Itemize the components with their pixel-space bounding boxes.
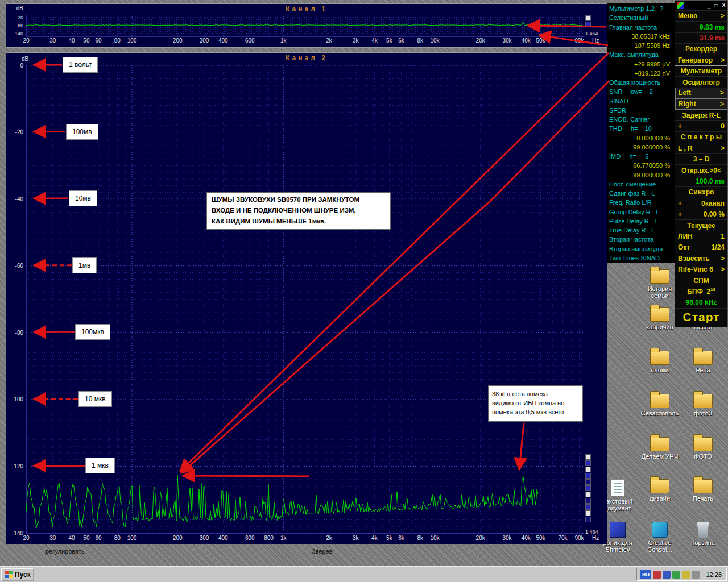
tray-icon-1[interactable] [653, 571, 661, 579]
palette-swatch[interactable] [585, 22, 591, 27]
measurement-panel[interactable]: Мультиметр 1,2 ?СелективныйГлавная часто… [607, 3, 675, 263]
panel-open-input[interactable]: Откр.вх.>0< [675, 164, 727, 175]
palette[interactable] [585, 454, 591, 522]
start-button[interactable]: Пуск [1, 568, 34, 581]
meter-row[interactable]: Вторая частота [607, 235, 675, 244]
meter-row[interactable]: SNR low= 2 [607, 87, 675, 96]
panel-time-2[interactable]: 31.9 ms [675, 32, 727, 43]
panel-weighting[interactable]: Взвесить> [675, 253, 727, 264]
desktop-icon[interactable]: пляжи [638, 351, 681, 373]
desktop-icon[interactable]: Creative Consol... [638, 522, 681, 553]
panel-3d[interactable]: 3 – D [675, 153, 727, 164]
taskbar-clock[interactable]: 12:28 [706, 571, 722, 578]
panel-lr[interactable]: L , R> [675, 143, 727, 153]
meter-row[interactable]: Group Delay R - L [607, 207, 675, 217]
hz-label: Hz [592, 535, 599, 541]
desktop-icon[interactable]: Печать [681, 479, 725, 502]
palette[interactable] [585, 15, 591, 27]
channel1-window[interactable]: Канал 1 dB-20-80-14020304050608010020030… [6, 3, 607, 48]
panel-delay-value[interactable]: +0 [675, 120, 727, 131]
meter-row[interactable]: +29.9995 µV [607, 60, 675, 69]
desktop-icon[interactable]: Делаем УНЧ [638, 437, 681, 460]
panel-rife-vinc[interactable]: Rife-Vinc 6> [675, 264, 727, 275]
language-indicator[interactable]: RU [640, 570, 651, 579]
panel-current[interactable]: Текущее [675, 219, 727, 230]
meter-row[interactable]: 0.000000 % [607, 134, 675, 143]
palette-swatch[interactable] [585, 15, 591, 21]
meter-row[interactable]: 187.5589 Hz [607, 41, 675, 50]
palette-swatch[interactable] [585, 485, 591, 491]
palette-swatch[interactable] [585, 498, 591, 504]
panel-menu[interactable]: Меню> [675, 10, 727, 21]
panel-generator[interactable]: Генератор> [675, 55, 727, 65]
desktop-icon[interactable]: Севастополь [638, 394, 681, 417]
desktop-icon[interactable]: ФОТО [681, 437, 725, 460]
meter-row[interactable]: True Delay R - L [607, 226, 675, 235]
tray-icon-2[interactable] [663, 571, 671, 579]
panel-recorder[interactable]: Рекордер [675, 43, 727, 54]
meter-row[interactable]: SINAD [607, 97, 675, 106]
meter-row[interactable]: Freq. Ratio L/R [607, 198, 675, 207]
system-tray: RU 12:28 [636, 568, 727, 581]
meter-row[interactable]: Мультиметр 1,2 ? [607, 4, 675, 13]
palette-swatch[interactable] [585, 467, 591, 472]
meter-row[interactable]: Главная частота [607, 23, 675, 32]
control-panel[interactable]: _ □ X Меню>9.83 ms31.9 msРекордерГенерат… [675, 0, 728, 327]
panel-right[interactable]: Right> [675, 98, 727, 109]
meter-row[interactable]: 66.770050 % [607, 161, 675, 170]
meter-row[interactable]: Two Tones SINAD [607, 253, 675, 263]
panel-samplerate[interactable]: 96.00 kHz [675, 297, 727, 307]
panel-sync-percent[interactable]: +0.00 % [675, 209, 727, 219]
channel2-window[interactable]: Канал 2 dB0-20-40-60-80-100-120-14020304… [6, 52, 607, 544]
palette-swatch[interactable] [585, 479, 591, 485]
folder-icon [693, 351, 713, 365]
meter-row[interactable]: IMD h= 5 [607, 152, 675, 161]
palette-swatch[interactable] [585, 504, 591, 510]
meter-row[interactable]: Pulse Delay R - L [607, 217, 675, 226]
panel-lin[interactable]: ЛИН1 [675, 231, 727, 242]
meter-row[interactable]: ENOB. Carrier [607, 115, 675, 124]
close-button[interactable]: X [722, 2, 726, 9]
meter-row[interactable]: 38.05317 kHz [607, 32, 675, 41]
desktop-icon[interactable]: Репа [681, 351, 725, 373]
meter-row[interactable]: 99.000000 % [607, 143, 675, 152]
palette-swatch[interactable] [585, 473, 591, 479]
panel-time-3[interactable]: 100.0 ms [675, 176, 727, 186]
panel-left[interactable]: Left> [675, 88, 727, 98]
palette-swatch[interactable] [585, 517, 591, 522]
desktop-icon[interactable]: дизайн [638, 479, 681, 502]
panel-time-1[interactable]: 9.83 ms [675, 21, 727, 32]
panel-oct[interactable]: Окт1/24 [675, 242, 727, 252]
panel-delay-rl[interactable]: Задерж R-L [675, 110, 727, 120]
panel-sync[interactable]: Синхро [675, 186, 727, 197]
panel-spectra[interactable]: С п е к т р ы [675, 131, 727, 142]
panel-start[interactable]: Старт [675, 308, 727, 326]
meter-row[interactable]: Пост. смещение [607, 180, 675, 189]
desktop-icon[interactable]: фото3 [681, 394, 725, 417]
palette-swatch[interactable] [585, 510, 591, 516]
palette-swatch[interactable] [585, 454, 591, 460]
palette-swatch[interactable] [585, 460, 591, 466]
meter-row[interactable]: SFDR [607, 106, 675, 115]
panel-spm[interactable]: СПМ [675, 275, 727, 285]
panel-multimeter[interactable]: Мультиметр [675, 65, 727, 76]
panel-fft[interactable]: БПФ 216 [675, 286, 727, 297]
meter-row[interactable]: THD h= 10 [607, 124, 675, 133]
palette-swatch[interactable] [585, 492, 591, 497]
meter-row[interactable]: Макс. амплитуда [607, 50, 675, 59]
channel2-plot[interactable]: dB0-20-40-60-80-100-120-1402030405060801… [6, 53, 607, 544]
meter-row[interactable]: 99.000000 % [607, 171, 675, 180]
tray-icon-5[interactable] [692, 571, 700, 579]
meter-row[interactable]: Вторая амплитуда [607, 244, 675, 253]
maximize-button[interactable]: □ [714, 2, 718, 9]
meter-row[interactable]: Общая мощность [607, 78, 675, 87]
meter-row[interactable]: +819.123 nV [607, 69, 675, 78]
minimize-button[interactable]: _ [708, 2, 711, 9]
meter-row[interactable]: Селективный [607, 13, 675, 22]
meter-row[interactable]: Сдвиг фаз R - L [607, 189, 675, 198]
tray-icon-3[interactable] [672, 571, 680, 579]
desktop-icon[interactable]: Корзина [681, 522, 725, 546]
panel-sync-channel[interactable]: +0канал [675, 198, 727, 209]
tray-icon-4[interactable] [682, 571, 690, 579]
panel-oscillograph[interactable]: Осциллогр [675, 76, 727, 87]
